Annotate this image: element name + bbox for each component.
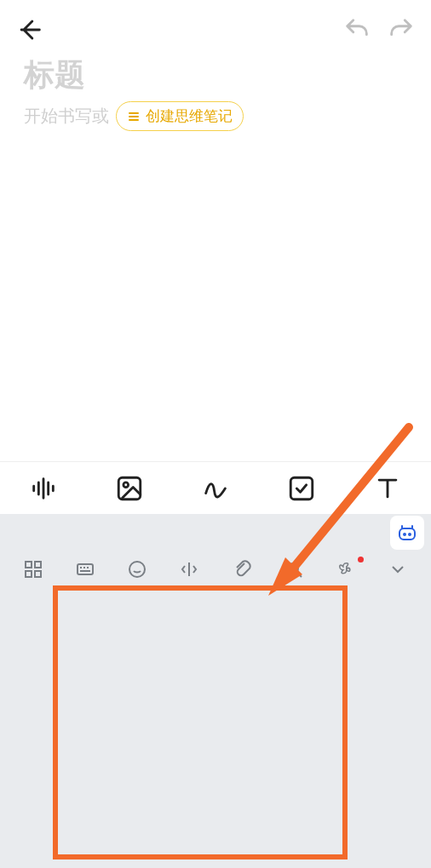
- list-icon: [127, 110, 141, 123]
- keyboard-icon-row: [0, 550, 431, 589]
- svg-rect-12: [78, 564, 93, 574]
- collapse-keyboard-icon[interactable]: [372, 550, 424, 589]
- search-icon[interactable]: [267, 550, 319, 589]
- svg-point-6: [403, 533, 406, 536]
- cursor-move-icon[interactable]: [164, 550, 216, 589]
- keyboard-layout-icon[interactable]: [59, 550, 111, 589]
- redo-button[interactable]: [387, 15, 416, 44]
- svg-rect-11: [35, 571, 41, 577]
- keyboard-panel: . / + - 符号 1 2 3 4 5 6 7 8 9 返回: [0, 514, 431, 868]
- svg-rect-0: [118, 477, 141, 500]
- emoji-icon[interactable]: [112, 550, 164, 589]
- svg-rect-9: [35, 562, 41, 568]
- svg-point-1: [124, 483, 129, 488]
- checkbox-icon[interactable]: [287, 474, 316, 503]
- svg-point-14: [288, 563, 298, 574]
- notification-dot: [358, 557, 364, 562]
- clip-icon[interactable]: [216, 550, 267, 589]
- body-placeholder[interactable]: 开始书写或: [24, 105, 109, 128]
- mind-note-label: 创建思维笔记: [146, 106, 233, 126]
- svg-point-13: [129, 562, 145, 577]
- title-placeholder[interactable]: 标题: [0, 44, 431, 100]
- assistant-button[interactable]: [390, 516, 424, 550]
- clover-icon[interactable]: [320, 550, 372, 589]
- voice-icon[interactable]: [29, 474, 58, 503]
- image-icon[interactable]: [115, 474, 144, 503]
- scribble-icon[interactable]: [201, 474, 230, 503]
- svg-rect-2: [290, 477, 313, 500]
- svg-rect-8: [26, 562, 32, 568]
- undo-button[interactable]: [342, 15, 371, 44]
- svg-rect-5: [399, 528, 415, 540]
- create-mind-note-chip[interactable]: 创建思维笔记: [116, 101, 244, 131]
- text-format-icon[interactable]: [373, 474, 402, 503]
- editor-toolbar: [0, 461, 431, 515]
- grid-icon[interactable]: [7, 550, 59, 589]
- back-button[interactable]: [15, 15, 44, 44]
- svg-rect-10: [26, 571, 32, 577]
- svg-point-7: [408, 533, 411, 536]
